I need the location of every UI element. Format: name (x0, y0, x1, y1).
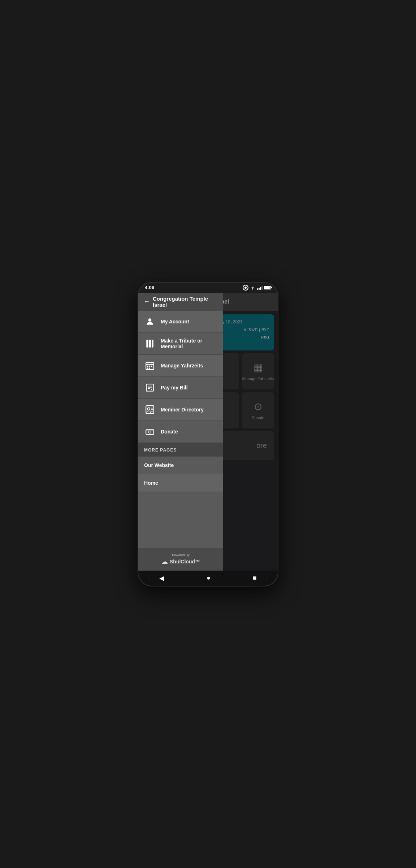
member-directory-label: Member Directory (161, 407, 204, 413)
menu-item-pay-bill[interactable]: Pay my Bill (138, 377, 223, 399)
svg-rect-11 (149, 366, 150, 367)
pay-bill-label: Pay my Bill (161, 385, 188, 391)
home-button[interactable]: ● (199, 572, 218, 584)
svg-rect-12 (151, 366, 152, 367)
status-icons (243, 285, 271, 291)
menu-item-donate[interactable]: Donate (138, 421, 223, 443)
svg-rect-13 (147, 367, 148, 368)
powered-by-text: Powered By (172, 553, 190, 557)
status-bar: 4:06 (138, 283, 278, 293)
drawer-title: Congregation Temple Israel (153, 296, 218, 308)
back-button[interactable]: ◀ (152, 572, 172, 584)
app-area: ← Congregation Temple Israel y, May 18, … (138, 293, 278, 571)
menu-item-my-account[interactable]: My Account (138, 311, 223, 333)
svg-point-21 (148, 407, 150, 410)
home-label: Home (144, 480, 158, 486)
my-account-label: My Account (161, 319, 189, 324)
menu-item-home[interactable]: Home (138, 474, 223, 492)
yahrzeits-menu-label: Manage Yahrzeits (161, 363, 203, 368)
svg-rect-14 (149, 367, 150, 368)
svg-point-26 (149, 431, 151, 433)
shulcloud-logo: ☁ ShulCloud™ (161, 558, 200, 566)
svg-rect-15 (146, 384, 153, 391)
drawer-back-arrow[interactable]: ← (143, 298, 150, 305)
signal-icon (257, 285, 263, 290)
bottom-nav: ◀ ● ■ (138, 571, 278, 586)
drawer-header: ← Congregation Temple Israel (138, 293, 223, 311)
menu-item-yahrzeits[interactable]: Manage Yahrzeits (138, 355, 223, 377)
navigation-drawer: ← Congregation Temple Israel My Account (138, 293, 223, 571)
more-pages-section: MORE PAGES (138, 443, 223, 457)
svg-point-0 (252, 289, 253, 289)
cloud-icon: ☁ (161, 558, 168, 566)
notification-icon (243, 285, 248, 291)
our-website-label: Our Website (144, 462, 174, 468)
donate-menu-label: Donate (161, 429, 178, 435)
account-icon (144, 316, 156, 327)
more-pages-label: MORE PAGES (144, 448, 177, 453)
menu-item-our-website[interactable]: Our Website (138, 457, 223, 474)
wifi-icon (250, 285, 256, 290)
shulcloud-footer: Powered By ☁ ShulCloud™ (138, 548, 223, 571)
status-time: 4:06 (145, 285, 154, 290)
battery-icon (264, 286, 271, 289)
yahrzeits-menu-icon (144, 360, 156, 371)
svg-point-1 (148, 318, 152, 322)
donate-menu-icon (144, 426, 156, 437)
drawer-links: Our Website Home (138, 457, 223, 492)
menu-item-member-directory[interactable]: Member Directory (138, 399, 223, 421)
pay-bill-icon (144, 382, 156, 393)
menu-item-tribute[interactable]: Make a Tribute or Memorial (138, 333, 223, 355)
member-directory-icon (144, 404, 156, 415)
recent-button[interactable]: ■ (246, 572, 264, 584)
tribute-label: Make a Tribute or Memorial (161, 338, 217, 349)
svg-rect-10 (147, 366, 148, 367)
svg-point-28 (147, 432, 147, 432)
tribute-icon (144, 338, 156, 349)
svg-rect-3 (149, 340, 151, 348)
phone-frame: 4:06 (138, 282, 278, 586)
svg-point-19 (151, 389, 152, 390)
svg-rect-2 (146, 340, 148, 348)
shulcloud-name: ShulCloud™ (170, 559, 200, 564)
